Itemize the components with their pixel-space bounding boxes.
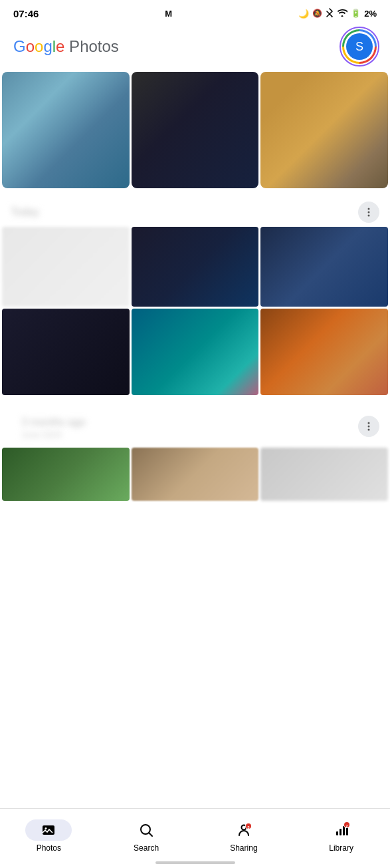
main-content: Today 3 months ago June 2024 <box>0 72 390 569</box>
moon-icon: 🌙 <box>298 9 309 19</box>
app-header: Google Photos S <box>0 24 390 72</box>
sharing-nav-icon-container: 3 <box>221 819 267 841</box>
nav-item-sharing[interactable]: 3 Sharing <box>195 814 293 858</box>
photo-item[interactable] <box>132 72 259 188</box>
section-header-months: 3 months ago June 2024 <box>0 400 390 448</box>
section-menu-icon[interactable] <box>358 202 379 223</box>
photo-item[interactable] <box>260 227 388 307</box>
svg-rect-13 <box>336 831 338 835</box>
carrier-icon: M <box>165 9 172 19</box>
bluetooth-icon <box>326 8 334 19</box>
app-title: Google Photos <box>13 37 119 56</box>
svg-text:2: 2 <box>345 823 347 827</box>
bottom-nav: Photos Search 3 Sharing <box>0 808 390 868</box>
photos-nav-label: Photos <box>37 843 61 853</box>
library-nav-icon-container: 2 <box>318 819 365 841</box>
photo-item[interactable] <box>2 448 130 501</box>
photo-item[interactable] <box>132 309 259 395</box>
library-icon: 2 <box>334 822 349 838</box>
svg-point-1 <box>368 212 370 214</box>
svg-point-2 <box>368 215 370 217</box>
search-nav-icon-container <box>123 819 169 841</box>
library-nav-label: Library <box>329 843 353 853</box>
thumbnails-row <box>0 448 390 501</box>
svg-point-7 <box>45 827 47 829</box>
section-menu-icon-2[interactable] <box>358 416 379 437</box>
photo-item[interactable] <box>2 309 130 395</box>
photo-item[interactable] <box>132 448 259 501</box>
sharing-nav-label: Sharing <box>230 843 257 853</box>
section2-photo-grid <box>0 227 390 307</box>
photo-item[interactable] <box>260 448 388 501</box>
photos-nav-icon-container <box>25 819 72 841</box>
section-title-months: 3 months ago <box>21 416 88 428</box>
photo-item[interactable] <box>2 72 130 188</box>
home-indicator <box>155 861 235 864</box>
nav-item-library[interactable]: 2 Library <box>292 814 390 858</box>
battery-saver-icon: 🔋 <box>351 9 361 18</box>
photo-item[interactable] <box>260 72 388 188</box>
svg-rect-15 <box>343 826 345 835</box>
avatar-initial: S <box>346 33 373 60</box>
status-time: 07:46 <box>13 8 39 19</box>
section3-photo-grid <box>0 309 390 395</box>
battery-percent: 2% <box>364 9 377 19</box>
bell-off-icon: 🔕 <box>312 9 322 18</box>
search-nav-label: Search <box>134 843 159 853</box>
status-icons: 🌙 🔕 🔋 2% <box>298 8 377 19</box>
svg-point-5 <box>368 428 370 430</box>
photo-item[interactable] <box>132 227 259 307</box>
photo-item[interactable] <box>2 227 130 307</box>
user-avatar-button[interactable]: S <box>342 29 377 64</box>
section-title-today: Today <box>11 206 39 218</box>
nav-item-photos[interactable]: Photos <box>0 814 98 858</box>
svg-point-0 <box>368 208 370 210</box>
section-subtitle-months: June 2024 <box>21 430 68 440</box>
sharing-icon: 3 <box>236 822 252 838</box>
section-header-today: Today <box>0 194 390 227</box>
wifi-icon <box>337 9 347 19</box>
search-icon <box>138 822 154 838</box>
nav-item-search[interactable]: Search <box>98 814 195 858</box>
image-icon <box>41 822 56 838</box>
svg-rect-14 <box>340 829 341 835</box>
status-bar: 07:46 M 🌙 🔕 🔋 2% <box>0 0 390 24</box>
photo-item[interactable] <box>260 309 388 395</box>
svg-point-3 <box>368 422 370 424</box>
top-photo-grid <box>0 72 390 188</box>
svg-point-4 <box>368 425 370 427</box>
